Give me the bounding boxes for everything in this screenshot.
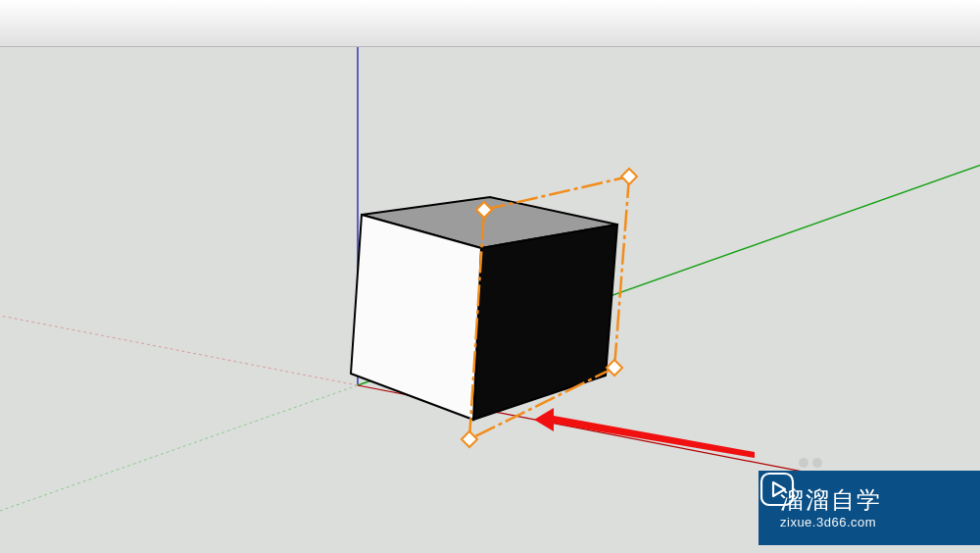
watermark-badge: 溜溜自学 zixue.3d66.com [759, 471, 980, 545]
svg-marker-12 [773, 482, 785, 496]
svg-point-9 [799, 458, 808, 468]
modeling-viewport[interactable]: 溜溜自学 zixue.3d66.com [0, 47, 980, 553]
toolbar [0, 0, 980, 47]
svg-point-10 [812, 458, 822, 468]
svg-rect-11 [761, 474, 793, 505]
watermark-url: zixue.3d66.com [780, 515, 882, 530]
